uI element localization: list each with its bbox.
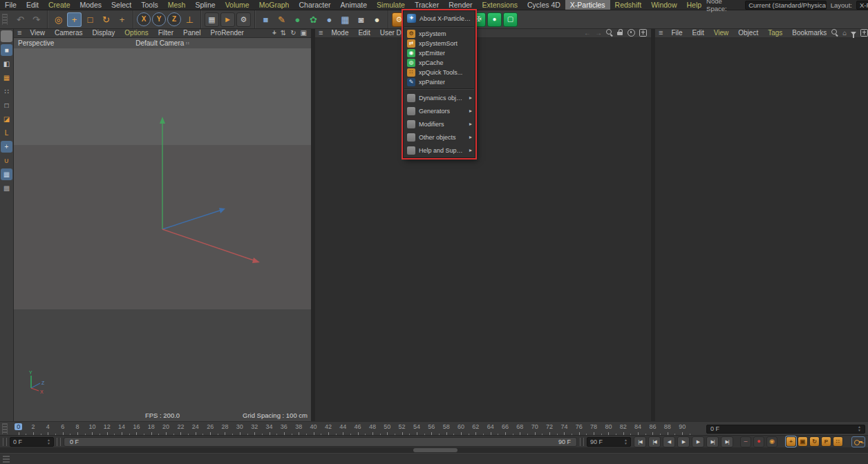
menubar-x-particles[interactable]: X-Particles — [565, 0, 610, 10]
menubar-render[interactable]: Render — [444, 0, 477, 10]
goto-end-button[interactable]: ▶| — [721, 436, 733, 447]
add-environment[interactable]: ▦ — [338, 12, 352, 27]
om-menu-object[interactable]: Object — [733, 29, 763, 37]
render-settings-button[interactable]: ⚙ — [236, 12, 251, 27]
menu-item-generators[interactable]: Generators ▸ — [404, 104, 475, 117]
texture-mode[interactable]: ◧ — [1, 58, 12, 70]
viewport-menu-view[interactable]: View — [25, 29, 50, 37]
z-axis-lock-button[interactable]: Z — [167, 12, 181, 26]
sync-selection-icon[interactable] — [628, 29, 635, 37]
key-rotation-toggle[interactable]: ↻ — [809, 436, 820, 447]
node-space-select[interactable]: Current (Standard/Physical)▾ — [745, 1, 827, 10]
menu-item-xpsystem[interactable]: ⚙ xpSystem — [404, 29, 475, 39]
model-mode[interactable]: ■ — [1, 44, 12, 56]
camera-label[interactable]: Default Camera∷ — [135, 39, 189, 47]
filter-icon[interactable] — [851, 32, 856, 35]
menu-item-xpquick-tools[interactable]: ∷ xpQuick Tools... — [404, 68, 475, 77]
redo-icon[interactable]: ↷ — [29, 12, 44, 27]
object-manager-menu-icon[interactable]: ≡ — [655, 28, 666, 37]
menubar-extensions[interactable]: Extensions — [478, 0, 522, 10]
menubar-animate[interactable]: Animate — [336, 0, 372, 10]
range-slider-grip[interactable] — [57, 438, 61, 446]
y-axis-lock-button[interactable]: Y — [152, 12, 166, 26]
add-deformer[interactable]: ✿ — [306, 12, 321, 27]
layout-select[interactable]: X-Particles▾ — [856, 1, 868, 10]
polygons-mode[interactable]: ◪ — [1, 113, 12, 125]
menubar-window[interactable]: Window — [646, 0, 681, 10]
render-picture-viewer-button[interactable]: ► — [220, 12, 235, 27]
object-manager-body[interactable] — [655, 38, 868, 421]
workplane-mode[interactable]: ▦ — [1, 168, 12, 180]
pan-view-icon[interactable]: + — [272, 29, 276, 37]
goto-start-button[interactable]: |◀ — [634, 436, 646, 447]
scrollbar-thumb[interactable] — [413, 448, 457, 452]
om-menu-view[interactable]: View — [709, 29, 734, 37]
viewport-menu-options[interactable]: Options — [120, 29, 153, 37]
add-camera[interactable]: ◙ — [354, 12, 368, 27]
add-object-icon[interactable] — [860, 29, 868, 37]
history-back-icon[interactable]: ← — [584, 29, 591, 37]
add-generator-sphere[interactable]: ● — [290, 12, 305, 27]
horizontal-scrollbar[interactable] — [0, 447, 868, 453]
timeline-grip[interactable] — [2, 423, 8, 434]
next-frame-button[interactable]: ▶ — [692, 436, 704, 447]
om-menu-edit[interactable]: Edit — [688, 29, 709, 37]
magnet-tool[interactable]: ∪ — [1, 155, 12, 166]
xp-generator-icon[interactable]: ▢ — [503, 12, 518, 27]
menubar-mesh[interactable]: Mesh — [163, 0, 191, 10]
prev-frame-button[interactable]: ◀ — [663, 436, 675, 447]
path-up-icon[interactable]: ⌂ — [842, 29, 847, 37]
next-key-button[interactable]: ▶| — [706, 436, 719, 447]
menubar-tools[interactable]: Tools — [136, 0, 163, 10]
last-used-tool[interactable]: + — [115, 12, 129, 27]
undo-icon[interactable]: ↶ — [13, 12, 28, 27]
search-icon[interactable] — [831, 29, 838, 36]
x-axis-lock-button[interactable]: X — [137, 12, 151, 26]
key-position-toggle[interactable]: + — [786, 436, 796, 447]
statusbar-grip[interactable] — [3, 456, 10, 463]
menu-item-xppainter[interactable]: ✎ xpPainter — [404, 77, 475, 87]
menubar-mograph[interactable]: MoGraph — [254, 0, 294, 10]
menubar-volume[interactable]: Volume — [220, 0, 254, 10]
menubar-cycles4d[interactable]: Cycles 4D — [522, 0, 565, 10]
record-button[interactable]: ● — [753, 436, 764, 447]
om-menu-bookmarks[interactable]: Bookmarks — [787, 29, 831, 37]
play-button[interactable]: ▶ — [677, 436, 690, 447]
menubar-character[interactable]: Character — [294, 0, 335, 10]
viewport-menu-cameras[interactable]: Cameras — [50, 29, 88, 37]
add-primitive-cube[interactable]: ■ — [258, 12, 273, 27]
menu-item-dynamics-objects[interactable]: Dynamics objects ▸ — [404, 91, 475, 104]
menu-item-about-x-particles[interactable]: ✦ About X-Particles... — [404, 12, 475, 25]
menubar-spline[interactable]: Spline — [190, 0, 220, 10]
menu-item-xpcache[interactable]: ◍ xpCache — [404, 58, 475, 68]
range-start-field[interactable]: 0 F▲▼ — [10, 437, 54, 447]
menubar-file[interactable]: File — [0, 0, 21, 10]
menu-item-help-and-support[interactable]: Help and Support ▸ — [404, 144, 475, 157]
dolly-view-icon[interactable]: ⇅ — [281, 29, 286, 37]
points-mode[interactable]: ∷ — [1, 86, 12, 97]
attributes-body[interactable] — [315, 38, 651, 421]
rotate-view-icon[interactable]: ↻ — [290, 29, 296, 37]
viewport-menu-panel[interactable]: Panel — [178, 29, 206, 37]
prev-key-button[interactable]: |◀ — [648, 436, 661, 447]
menu-item-xpemitter[interactable]: ◉ xpEmitter — [404, 48, 475, 58]
menubar-select[interactable]: Select — [106, 0, 136, 10]
preview-range-slider[interactable]: 0 F 90 F — [64, 437, 577, 447]
viewport-canvas[interactable]: Y Z X FPS : 200.0 Grid Spacing : 100 cm — [14, 48, 311, 421]
enable-snap[interactable]: + — [1, 141, 12, 153]
maximize-view-icon[interactable]: ▣ — [301, 29, 307, 37]
menubar-create[interactable]: Create — [44, 0, 75, 10]
key-parameter-toggle[interactable]: P — [821, 436, 831, 447]
stepper-icon[interactable]: ▲▼ — [858, 425, 861, 432]
search-icon[interactable] — [606, 29, 613, 36]
sound-toggle-button[interactable]: – — [740, 436, 751, 447]
menubar-simulate[interactable]: Simulate — [372, 0, 410, 10]
new-panel-icon[interactable] — [639, 29, 647, 37]
stepper-icon[interactable]: ▲▼ — [624, 438, 628, 445]
add-light[interactable]: ● — [370, 12, 384, 27]
history-forward-icon[interactable]: → — [595, 29, 602, 37]
menu-item-modifiers[interactable]: Modifiers ▸ — [404, 117, 475, 130]
live-selection-tool[interactable]: ◎ — [51, 12, 66, 27]
autokey-button[interactable]: ◉ — [766, 436, 777, 447]
locked-workplane[interactable]: ▩ — [1, 182, 12, 194]
